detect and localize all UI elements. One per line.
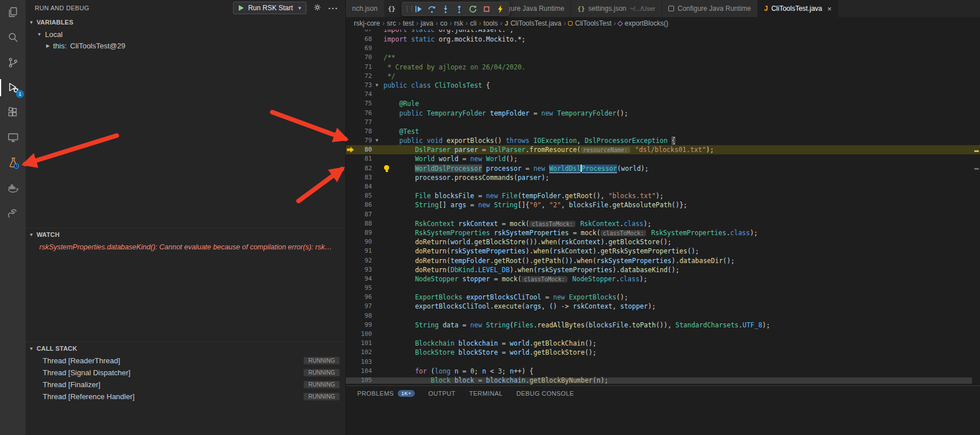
code-line-97[interactable]: 97 exportBlocksCliTool.execute(args, () … xyxy=(346,302,980,311)
debug-settings-gear-icon[interactable] xyxy=(313,3,321,13)
breadcrumb-item[interactable]: CliToolsTest xyxy=(568,19,611,27)
variables-scope-local[interactable]: ▼ Local xyxy=(26,28,345,40)
line-number[interactable]: 67 xyxy=(355,30,372,30)
call-stack-section-header[interactable]: ▼ CALL STACK xyxy=(26,342,345,355)
line-number[interactable]: 71 xyxy=(355,63,372,72)
hot-code-replace-icon[interactable] xyxy=(493,2,507,15)
code-line-85[interactable]: 85 File blocksFile = new File(tempFolder… xyxy=(346,191,980,200)
glyph-margin[interactable] xyxy=(346,90,355,99)
code-line-99[interactable]: 99 String data = new String(Files.readAl… xyxy=(346,321,980,330)
code-editor[interactable]: 67import static org.junit.Assert.*;68imp… xyxy=(346,30,980,385)
code-line-68[interactable]: 68import static org.mockito.Mockito.*; xyxy=(346,35,980,44)
glyph-margin[interactable] xyxy=(346,265,355,274)
line-number[interactable]: 101 xyxy=(355,339,372,348)
tab-debug-console[interactable]: DEBUG CONSOLE xyxy=(516,390,574,397)
watch-expression[interactable]: rskSystemProperties.databaseKind(): Cann… xyxy=(26,243,345,251)
glyph-margin[interactable] xyxy=(346,200,355,210)
line-number[interactable]: 73 xyxy=(355,81,372,90)
glyph-margin[interactable] xyxy=(346,182,355,191)
glyph-margin[interactable] xyxy=(346,330,355,339)
glyph-margin[interactable] xyxy=(346,72,355,81)
glyph-margin[interactable] xyxy=(346,99,355,108)
code-line-77[interactable]: 77 xyxy=(346,118,980,127)
search-icon[interactable] xyxy=(0,25,26,50)
glyph-margin[interactable] xyxy=(346,348,355,357)
line-number[interactable]: 81 xyxy=(355,154,372,163)
breadcrumb-item[interactable]: test xyxy=(403,19,414,27)
code-line-101[interactable]: 101 Blockchain blockchain = world.getBlo… xyxy=(346,339,980,348)
line-number[interactable]: 99 xyxy=(355,321,372,330)
line-number[interactable]: 82 xyxy=(355,164,372,173)
variables-section-header[interactable]: ▼ VARIABLES xyxy=(26,16,345,28)
glyph-margin[interactable] xyxy=(346,81,355,90)
code-line-93[interactable]: 93 doReturn(DbKind.LEVEL_DB).when(rskSys… xyxy=(346,265,980,274)
explorer-icon[interactable] xyxy=(0,0,26,25)
glyph-margin[interactable] xyxy=(346,44,355,53)
line-number[interactable]: 89 xyxy=(355,228,372,237)
line-number[interactable]: 94 xyxy=(355,274,372,284)
glyph-margin[interactable] xyxy=(346,274,355,284)
code-line-102[interactable]: 102 BlockStore blockStore = world.getBlo… xyxy=(346,348,980,357)
glyph-margin[interactable] xyxy=(346,164,355,173)
code-line-79[interactable]: 79▼ public void exportBlocks() throws IO… xyxy=(346,136,980,145)
code-line-67[interactable]: 67import static org.junit.Assert.*; xyxy=(346,30,980,35)
glyph-margin[interactable] xyxy=(346,311,355,321)
run-and-debug-icon[interactable]: 1 xyxy=(0,75,26,100)
glyph-margin[interactable] xyxy=(346,256,355,265)
glyph-margin[interactable] xyxy=(346,173,355,182)
breadcrumb-item[interactable]: rskj-core xyxy=(354,19,380,27)
glyph-margin[interactable] xyxy=(346,237,355,247)
line-number[interactable]: 69 xyxy=(355,44,372,53)
code-line-81[interactable]: 81 World world = new World(); xyxy=(346,154,980,163)
tab-clitoolstest-java[interactable]: J CliToolsTest.java × xyxy=(758,0,839,17)
stop-button[interactable] xyxy=(480,2,493,15)
line-number[interactable]: 100 xyxy=(355,330,372,339)
tab-problems[interactable]: PROBLEMS 1K+ xyxy=(357,390,415,397)
code-line-96[interactable]: 96 ExportBlocks exportBlocksCliTool = ne… xyxy=(346,293,980,302)
more-actions-icon[interactable]: ··· xyxy=(328,3,338,13)
code-line-103[interactable]: 103 xyxy=(346,358,980,367)
extensions-icon[interactable] xyxy=(0,100,26,125)
code-line-92[interactable]: 92 doReturn(tempFolder.getRoot().getPath… xyxy=(346,256,980,265)
line-number[interactable]: 95 xyxy=(355,284,372,293)
code-line-89[interactable]: 89 RskSystemProperties rskSystemProperti… xyxy=(346,228,980,237)
glyph-margin[interactable] xyxy=(346,191,355,200)
glyph-margin[interactable] xyxy=(346,302,355,311)
line-number[interactable]: 102 xyxy=(355,348,372,357)
line-number[interactable]: 97 xyxy=(355,302,372,311)
code-line-98[interactable]: 98 xyxy=(346,311,980,321)
line-number[interactable]: 79 xyxy=(355,136,372,145)
source-control-icon[interactable] xyxy=(0,50,26,75)
glyph-margin[interactable] xyxy=(346,63,355,72)
glyph-margin[interactable] xyxy=(346,293,355,302)
code-line-90[interactable]: 90 doReturn(world.getBlockStore()).when(… xyxy=(346,237,980,247)
current-line-arrow-icon[interactable] xyxy=(346,145,355,154)
glyph-margin[interactable] xyxy=(346,109,355,118)
line-number[interactable]: 93 xyxy=(355,265,372,274)
call-stack-thread[interactable]: Thread [Reference Handler] RUNNING xyxy=(26,391,345,403)
step-over-button[interactable] xyxy=(425,2,439,15)
code-line-72[interactable]: 72 */ xyxy=(346,72,980,81)
code-line-87[interactable]: 87 xyxy=(346,210,980,219)
call-stack-thread[interactable]: Thread [Finalizer] RUNNING xyxy=(26,379,345,391)
line-number[interactable]: 86 xyxy=(355,200,372,210)
restart-button[interactable] xyxy=(466,2,480,15)
code-line-76[interactable]: 76 public TemporaryFolder tempFolder = n… xyxy=(346,109,980,118)
glyph-margin[interactable] xyxy=(346,358,355,367)
code-line-88[interactable]: 88 RskContext rskContext = mock(classToM… xyxy=(346,219,980,228)
fold-icon[interactable]: ▼ xyxy=(372,136,382,145)
code-line-82[interactable]: 82 WorldDslProcessor processor = new Wor… xyxy=(346,164,980,173)
breadcrumb-item[interactable]: rsk xyxy=(454,19,463,27)
step-into-button[interactable] xyxy=(439,2,452,15)
tab-configure-java-runtime-partial[interactable]: igure Java Runtime xyxy=(499,0,571,17)
code-line-69[interactable]: 69 xyxy=(346,44,980,53)
code-line-84[interactable]: 84 xyxy=(346,182,980,191)
test-flask-icon[interactable] xyxy=(0,150,26,175)
drag-handle-icon[interactable]: ⋮⋮ xyxy=(404,5,411,13)
glyph-margin[interactable] xyxy=(346,136,355,145)
line-number[interactable]: 96 xyxy=(355,293,372,302)
line-number[interactable]: 90 xyxy=(355,237,372,247)
remote-explorer-icon[interactable] xyxy=(0,125,26,150)
breadcrumb-item[interactable]: cli xyxy=(470,19,476,27)
glyph-margin[interactable] xyxy=(346,35,355,44)
